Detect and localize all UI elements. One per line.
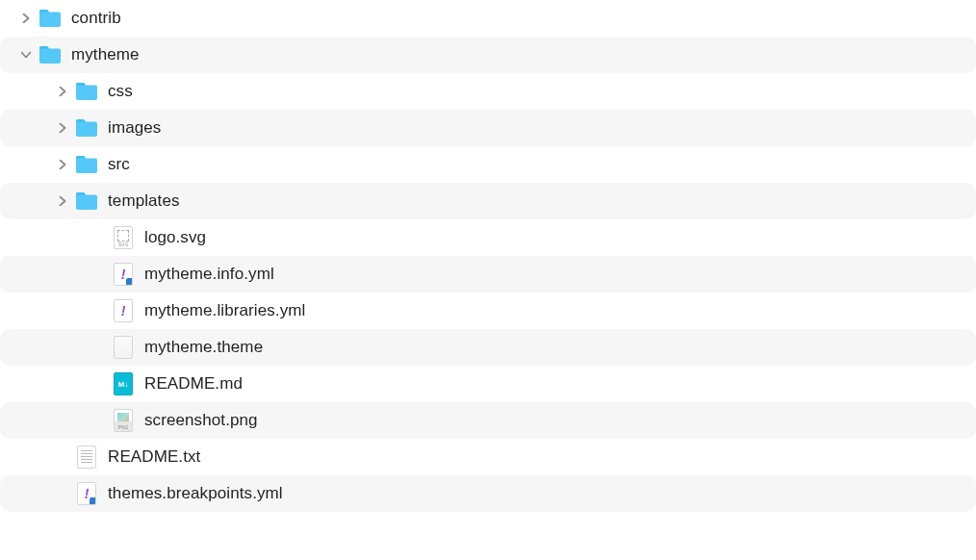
tree-item-label: mytheme.info.yml xyxy=(144,265,274,284)
tree-item-label: themes.breakpoints.yml xyxy=(108,484,283,503)
folder-icon xyxy=(75,153,98,176)
yml-file-icon: ! xyxy=(75,482,98,505)
tree-row[interactable]: mytheme.theme xyxy=(0,329,976,366)
tree-row[interactable]: logo.svg xyxy=(0,219,976,256)
tree-row[interactable]: M↓ README.md xyxy=(0,366,976,402)
chevron-right-icon[interactable] xyxy=(54,119,71,137)
folder-icon xyxy=(75,190,98,213)
tree-item-label: logo.svg xyxy=(144,228,206,247)
tree-item-label: src xyxy=(108,155,130,174)
png-file-icon xyxy=(112,409,135,432)
folder-icon xyxy=(39,7,62,30)
tree-item-label: README.txt xyxy=(108,447,200,467)
tree-row[interactable]: screenshot.png xyxy=(0,402,976,439)
tree-row[interactable]: mytheme xyxy=(0,37,976,73)
markdown-file-icon: M↓ xyxy=(112,372,135,395)
chevron-right-icon[interactable] xyxy=(54,156,71,173)
tree-item-label: mytheme.theme xyxy=(144,338,263,357)
folder-icon xyxy=(75,80,98,103)
tree-item-label: templates xyxy=(108,191,180,211)
file-tree: contrib mytheme css images xyxy=(0,0,976,512)
txt-file-icon xyxy=(75,445,98,469)
tree-row[interactable]: ! themes.breakpoints.yml xyxy=(0,475,976,512)
tree-row[interactable]: ! mytheme.libraries.yml xyxy=(0,293,976,329)
tree-row[interactable]: templates xyxy=(0,183,976,219)
tree-row[interactable]: ! mytheme.info.yml xyxy=(0,256,976,293)
chevron-right-icon[interactable] xyxy=(17,10,35,27)
tree-row[interactable]: css xyxy=(0,73,976,110)
generic-file-icon xyxy=(112,336,135,359)
chevron-down-icon[interactable] xyxy=(17,46,35,64)
tree-item-label: README.md xyxy=(144,374,243,394)
tree-row[interactable]: images xyxy=(0,110,976,146)
chevron-right-icon[interactable] xyxy=(54,192,71,210)
yml-file-icon: ! xyxy=(112,263,135,286)
tree-item-label: screenshot.png xyxy=(144,411,258,430)
folder-icon xyxy=(75,116,98,140)
svg-file-icon xyxy=(112,226,135,249)
tree-row[interactable]: contrib xyxy=(0,0,976,37)
tree-row[interactable]: src xyxy=(0,146,976,183)
chevron-right-icon[interactable] xyxy=(54,83,71,100)
tree-item-label: css xyxy=(108,82,133,101)
yml-file-icon: ! xyxy=(112,299,135,322)
tree-item-label: contrib xyxy=(71,9,121,28)
folder-icon xyxy=(39,43,62,66)
tree-row[interactable]: README.txt xyxy=(0,439,976,475)
tree-item-label: mytheme xyxy=(71,45,140,64)
tree-item-label: images xyxy=(108,118,161,138)
tree-item-label: mytheme.libraries.yml xyxy=(144,301,305,320)
